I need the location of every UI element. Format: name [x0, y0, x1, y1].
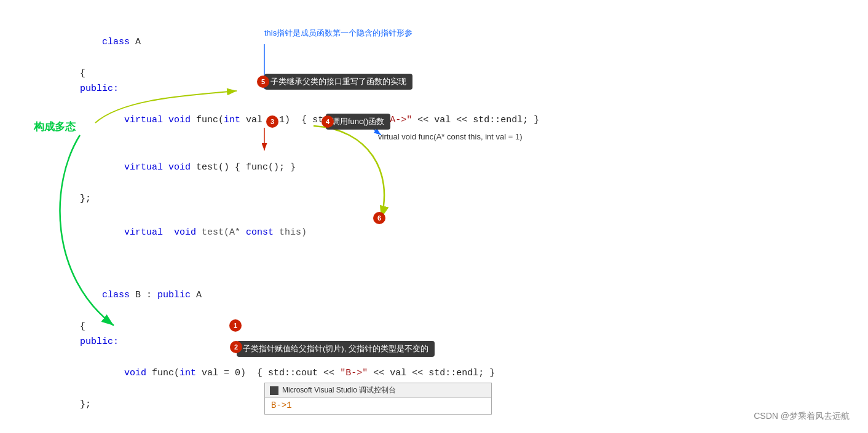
circle-6: 6: [373, 212, 385, 224]
csdn-watermark: CSDN @梦乘着风去远航: [754, 411, 850, 422]
code-line-classB: class B : public A: [80, 271, 539, 319]
tooltip-call-func: 调用func()函数: [326, 114, 390, 130]
circle-2: 2: [230, 341, 242, 353]
tooltip-ptr-cast: 子类指针赋值给父指针(切片), 父指针的类型是不变的: [237, 341, 435, 357]
vs-console-title: Microsoft Visual Studio 调试控制台: [282, 385, 396, 396]
vs-console-header: Microsoft Visual Studio 调试控制台: [265, 383, 491, 398]
vs-console: Microsoft Visual Studio 调试控制台 B->1: [264, 383, 492, 415]
vs-console-output: B->1: [265, 398, 491, 414]
code-line-annotation: virtual void test(A* const this): [80, 209, 539, 256]
code-line-main: int main(int argc, char* argv[]): [80, 428, 539, 433]
this-pointer-annotation: this指针是成员函数第一个隐含的指针形参: [264, 28, 412, 39]
code-line-blank: [80, 256, 539, 272]
circle-4: 4: [322, 115, 334, 128]
code-line-blank2: [80, 413, 539, 429]
circle-3: 3: [266, 115, 278, 128]
code-line-6: };: [80, 191, 539, 207]
code-line-open2: {: [80, 319, 539, 335]
poly-label: 构成多态: [34, 120, 76, 134]
virtual-func-note: virtual void func(A* const this, int val…: [378, 132, 522, 141]
circle-1: 1: [229, 319, 242, 332]
circle-5: 5: [257, 76, 269, 88]
vs-icon: [270, 386, 278, 395]
tooltip-subclass-override: 子类继承父类的接口重写了函数的实现: [264, 74, 412, 90]
code-line-5: virtual void test() { func(); }: [80, 144, 539, 191]
code-line-1: class A: [80, 18, 539, 66]
